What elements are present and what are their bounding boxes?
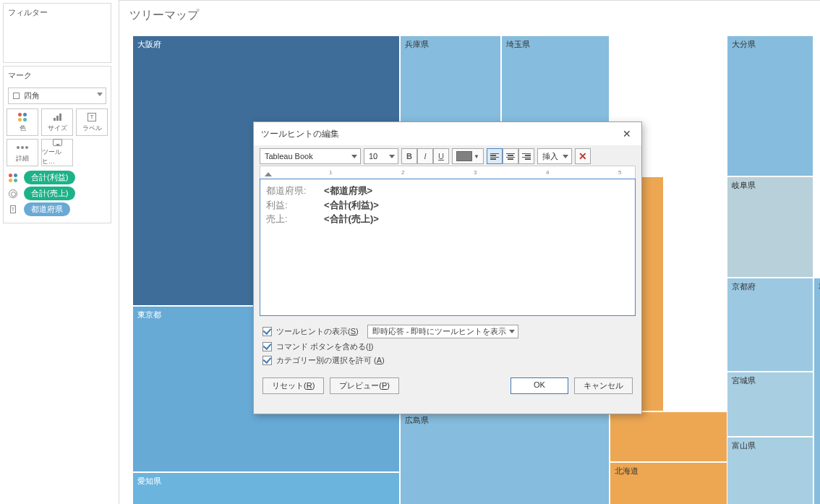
- pill-size-sales[interactable]: 合計(売上): [7, 187, 108, 200]
- cell-aichi[interactable]: 愛知県: [132, 472, 400, 504]
- filter-panel: フィルター: [3, 3, 111, 63]
- viz-title[interactable]: ツリーマップ: [119, 1, 820, 30]
- underline-button[interactable]: U: [433, 148, 449, 164]
- filter-title: フィルター: [4, 4, 111, 22]
- preview-button[interactable]: プレビュー(P): [330, 377, 399, 394]
- cancel-button[interactable]: キャンセル: [574, 377, 633, 394]
- align-center-button[interactable]: [503, 148, 518, 164]
- bold-button[interactable]: B: [401, 148, 417, 164]
- size-icon: [9, 189, 17, 198]
- filter-body[interactable]: [4, 22, 111, 62]
- font-color-button[interactable]: ▼: [452, 148, 484, 164]
- ok-button[interactable]: OK: [511, 377, 568, 394]
- editor-toolbar: Tableau Book 10 B I U ▼ 挿入 ✕: [254, 145, 641, 166]
- left-panel: フィルター マーク 四角 色 サイズ T ラベル: [0, 0, 114, 504]
- include-commands-label: コマンド ボタンを含める(I): [276, 341, 373, 352]
- dialog-buttons: リセット(R) プレビュー(P) OK キャンセル: [254, 372, 641, 401]
- mark-type-label: 四角: [24, 90, 40, 101]
- cell-orange-2[interactable]: [610, 411, 740, 462]
- ruler[interactable]: 1 2 3 4 5: [260, 166, 636, 179]
- align-center-icon: [506, 153, 515, 160]
- dialog-titlebar[interactable]: ツールヒントの編集 ✕: [254, 122, 641, 145]
- color-icon: [9, 174, 17, 182]
- clear-button[interactable]: ✕: [575, 148, 591, 164]
- italic-button[interactable]: I: [417, 148, 433, 164]
- dialog-options: ツールヒントの表示(S) 即時応答 - 即時にツールヒントを表示 コマンド ボタ…: [254, 316, 641, 372]
- align-left-button[interactable]: [487, 148, 503, 164]
- text-icon: T: [10, 205, 17, 213]
- cell-miyagi[interactable]: 宮城県: [727, 372, 813, 437]
- cell-gifu[interactable]: 岐阜県: [727, 176, 813, 278]
- close-icon[interactable]: ✕: [618, 127, 636, 141]
- tooltip-editor[interactable]: 都道府県: <都道府県> 利益: <合計(利益)> 売上: <合計(売上)>: [260, 179, 636, 316]
- tooltip-icon: [53, 139, 62, 146]
- align-right-button[interactable]: [518, 148, 534, 164]
- font-size-select[interactable]: 10: [364, 148, 398, 164]
- insert-select[interactable]: 挿入: [537, 148, 572, 164]
- marks-panel: マーク 四角 色 サイズ T ラベル: [3, 66, 111, 223]
- show-tooltip-label: ツールヒントの表示(S): [276, 326, 359, 337]
- mark-type-select[interactable]: 四角: [8, 87, 106, 104]
- indent-marker-icon[interactable]: [265, 172, 272, 176]
- color-swatch-icon: [456, 151, 472, 161]
- label-button[interactable]: T ラベル: [76, 108, 108, 136]
- edit-tooltip-dialog: ツールヒントの編集 ✕ Tableau Book 10 B I U ▼ 挿入 ✕: [253, 121, 642, 414]
- allow-category-select-checkbox[interactable]: [262, 356, 272, 365]
- tooltip-mode-select[interactable]: 即時応答 - 即時にツールヒントを表示: [367, 325, 519, 338]
- color-button[interactable]: 色: [7, 108, 38, 136]
- chevron-down-icon: [509, 330, 515, 333]
- chevron-down-icon: [351, 155, 357, 158]
- align-right-icon: [522, 153, 531, 160]
- size-icon: [54, 114, 61, 121]
- square-icon: [13, 93, 20, 99]
- include-commands-checkbox[interactable]: [262, 342, 272, 351]
- detail-icon: [17, 146, 28, 149]
- pill-color-profit[interactable]: 合計(利益): [7, 171, 108, 184]
- allow-category-select-label: カテゴリー別の選択を許可 (A): [276, 355, 385, 366]
- label-icon: T: [87, 113, 96, 121]
- detail-button[interactable]: 詳細: [7, 139, 38, 166]
- pill-label-pref[interactable]: T 都道府県: [7, 202, 108, 216]
- cell-oita[interactable]: 大分県: [727, 35, 813, 176]
- cell-hokkaido[interactable]: 北海道: [610, 462, 740, 504]
- align-left-icon: [490, 153, 499, 160]
- reset-button[interactable]: リセット(R): [262, 377, 324, 394]
- cell-hiroshima[interactable]: 広島県: [400, 411, 610, 504]
- color-icon: [18, 113, 27, 121]
- tooltip-button[interactable]: ツールヒ…: [41, 139, 73, 166]
- cell-kyoto[interactable]: 京都府: [727, 278, 813, 372]
- font-select[interactable]: Tableau Book: [260, 148, 361, 164]
- chevron-down-icon: [389, 155, 395, 158]
- chevron-down-icon: [97, 93, 103, 96]
- cell-toyama[interactable]: 富山県: [727, 437, 813, 504]
- show-tooltip-checkbox[interactable]: [262, 327, 272, 336]
- cell-gun[interactable]: 群: [813, 278, 820, 504]
- dialog-title: ツールヒントの編集: [261, 128, 339, 140]
- size-button[interactable]: サイズ: [41, 108, 73, 136]
- marks-title: マーク: [4, 67, 111, 85]
- chevron-down-icon: [563, 155, 568, 158]
